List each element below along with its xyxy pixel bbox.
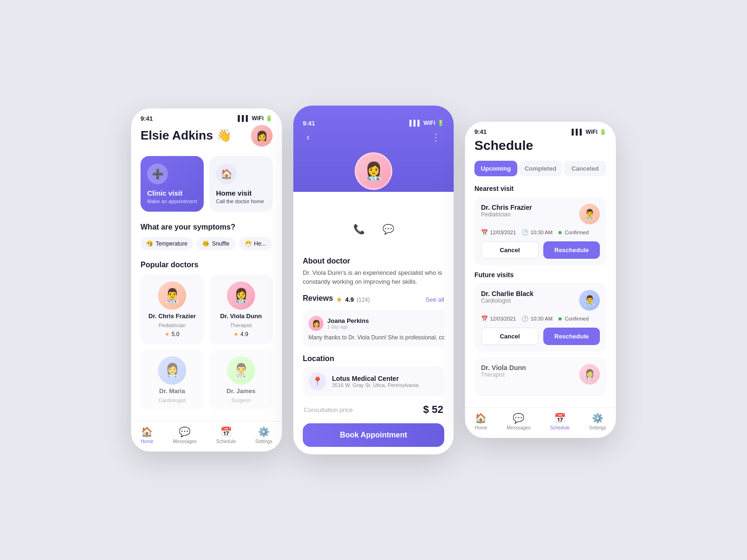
wifi-icon-2: WiFi [423,120,435,126]
future-cancel-button-1[interactable]: Cancel [481,328,539,345]
settings-nav-label: Settings [255,439,272,444]
battery-icon-3: 🔋 [599,129,606,135]
signal-icon-2: ▌▌▌ [409,120,422,126]
tab-upcoming[interactable]: Upcoming [474,161,517,176]
call-button[interactable]: 📞 [348,218,370,240]
nearest-status: Confirmed [558,229,589,236]
symptom-snuffle[interactable]: 🤒 Snuffle [197,237,235,250]
symptoms-title: What are your symptoms? [141,223,273,231]
nearest-doctor-name: Dr. Chris Frazier [481,204,532,211]
schedule-page-title: Schedule [474,138,606,153]
location-name: Lotus Medical Center [332,375,418,382]
symptoms-row: 🤧 Temperature 🤒 Snuffle 😷 He... [141,237,273,250]
battery-icon-2: 🔋 [437,120,444,126]
reviews-count: (124) [357,296,370,303]
message-button[interactable]: 💬 [377,218,399,240]
messages-nav-label-3: Messsages [507,425,531,430]
location-row: 📍 Lotus Medical Center 3516 W. Gray St. … [303,367,444,396]
reviews-list: 👩 Joana Perkins 1 day ago ★ 5.0 Many tha… [303,310,444,347]
schedule-nav-icon: 📅 [220,426,232,437]
reviewer-name-1: Joana Perkins [327,317,369,324]
future-doctor-name-2: Dr. Viola Dunn [481,364,526,371]
doctor-avatar-3: 👩‍⚕️ [158,356,186,385]
symptom-other[interactable]: 😷 He... [239,237,272,250]
nav-home-1[interactable]: 🏠 Home [141,426,154,444]
doctor-profile-header: 9:41 ▌▌▌ WiFi 🔋 ‹ ⋮ 👩‍⚕️ Dr. Viola Dunn … [293,106,454,249]
consultation-label: Consultation price [304,406,353,413]
home-nav-label-3: Home [475,425,488,430]
status-icons-1: ▌▌▌ WiFi 🔋 [238,115,273,122]
location-section: Location 📍 Lotus Medical Center 3516 W. … [303,354,444,396]
profile-header-top: ‹ ⋮ [303,130,444,145]
clinic-visit-card[interactable]: ➕ Clinic visit Make an appointment [141,156,204,212]
nav-home-3[interactable]: 🏠 Home [475,412,488,430]
phone-doctor-detail: 9:41 ▌▌▌ WiFi 🔋 ‹ ⋮ 👩‍⚕️ Dr. Viola Dunn … [293,106,454,455]
nav-settings-1[interactable]: ⚙️ Settings [255,426,272,444]
nav-schedule-1[interactable]: 📅 Schedule [216,426,236,444]
future-visit-card-1: Dr. Charlie Black Cardiologist 👨‍⚕️ 📅 12… [474,283,606,352]
future-appt-actions-1: Cancel Reschedule [481,328,600,345]
home-subtitle: Call the doctor home [216,198,266,204]
doctor-rating-1: ★ 5.0 [165,331,179,338]
doctor-card-1[interactable]: 👨‍⚕️ Dr. Chris Frazier Pediatrician ★ 5.… [141,275,204,344]
back-button[interactable]: ‹ [303,130,314,144]
nav-messages-1[interactable]: 💬 Messsages [173,426,197,444]
review-text-1: Many thanks to Dr. Viola Dunn! She is pr… [308,334,444,342]
reviewer-time-1: 1 day ago [327,324,369,329]
see-all-button[interactable]: See all [425,296,444,303]
doctor-card-2[interactable]: 👩‍⚕️ Dr. Viola Dunn Therapist ★ 4.9 [209,275,273,344]
schedule-nav-label: Schedule [216,439,236,444]
doctor-card-3[interactable]: 👩‍⚕️ Dr. Maria Cardiologist [141,350,204,410]
messages-nav-label: Messsages [173,439,197,444]
tab-completed[interactable]: Completed [519,161,562,176]
future-date-1: 📅 12/03/2021 [481,315,516,322]
nearest-date: 📅 12/03/2021 [481,229,516,236]
doctor-name-1: Dr. Chris Frazier [149,313,196,320]
nearest-visit-card: Dr. Chris Frazier Pediatrician 👨‍⚕️ 📅 12… [474,197,606,265]
user-avatar[interactable]: 👩 [251,125,273,147]
nav-settings-3[interactable]: ⚙️ Settings [589,412,606,430]
doctor-spec-2: Therapist [230,322,252,328]
future-doctor-avatar-2: 👩‍⚕️ [579,364,600,385]
status-bar-2: 9:41 ▌▌▌ WiFi 🔋 [303,113,444,130]
future-doctor-avatar-1: 👨‍⚕️ [579,290,600,311]
status-icons-3: ▌▌▌ WiFi 🔋 [572,129,606,135]
clinic-title: Clinic visit [147,189,197,197]
nearest-reschedule-button[interactable]: Reschedule [543,241,600,259]
doctor-card-4[interactable]: 👨‍⚕️ Dr. James Surgeon [209,350,273,410]
doctor-name-4: Dr. James [226,387,255,395]
more-button[interactable]: ⋮ [427,130,444,145]
signal-icon: ▌▌▌ [238,115,250,122]
nearest-appt-meta: 📅 12/03/2021 🕐 10:30 AM Confirmed [481,229,600,236]
profile-name: Dr. Viola Dunn [341,194,406,205]
location-address: 3516 W. Gray St. Utica, Pennsylvania [332,382,418,388]
home-visit-card[interactable]: 🏠 Home visit Call the doctor home [209,156,273,212]
tab-canceled[interactable]: Canceled [564,161,606,176]
greeting: Elsie Adkins 👋 [141,128,232,143]
review-card-1: 👩 Joana Perkins 1 day ago ★ 5.0 Many tha… [303,310,444,347]
future-reschedule-button-1[interactable]: Reschedule [543,328,600,345]
location-icon: 📍 [308,372,326,390]
doctor-detail-scroll[interactable]: About doctor Dr. Viola Dunn's is an expe… [293,249,454,455]
settings-nav-label-3: Settings [589,425,606,430]
doctor-name-3: Dr. Maria [159,387,185,395]
nav-messages-3[interactable]: 💬 Messsages [507,412,531,430]
home-nav-icon-3: 🏠 [475,412,487,424]
book-appointment-button[interactable]: Book Appointment [303,423,444,447]
reviews-title-row: Reviews ★ 4.9 (124) [303,294,370,305]
status-bar-1: 9:41 ▌▌▌ WiFi 🔋 [131,108,282,125]
future-time-1: 🕐 10:30 AM [522,315,552,322]
home-icon: 🏠 [216,164,237,184]
profile-avatar: 👩‍⚕️ [355,152,392,190]
nav-schedule-3[interactable]: 📅 Schedule [550,412,570,430]
about-title: About doctor [303,257,444,265]
symptom-temperature[interactable]: 🤧 Temperature [141,237,193,250]
profile-avatar-wrap: 👩‍⚕️ Dr. Viola Dunn Therapist 📞 💬 [303,152,444,249]
snuffle-label: Snuffle [212,240,229,247]
future-visit-card-2: Dr. Viola Dunn Therapist 👩‍⚕️ [474,357,606,396]
nearest-cancel-button[interactable]: Cancel [481,241,539,259]
status-icons-2: ▌▌▌ WiFi 🔋 [409,120,444,126]
nearest-time: 🕐 10:30 AM [522,229,552,236]
doctor-name-2: Dr. Viola Dunn [220,313,262,320]
future-appt-meta-1: 📅 12/03/2021 🕐 10:30 AM Confirmed [481,315,600,322]
